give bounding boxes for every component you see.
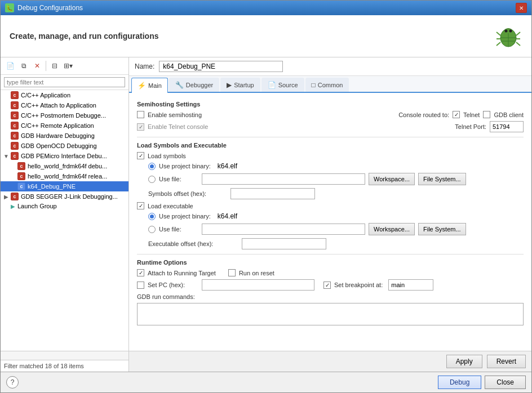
delete-button[interactable]: ✕ — [31, 60, 43, 72]
title-bar-left: 🐛 Debug Configurations — [5, 3, 83, 12]
tree-label: C/C++ Remote Application — [21, 122, 94, 129]
load-executable-row: Load executable — [137, 202, 524, 209]
toggle-icon — [3, 102, 10, 109]
set-pc-input[interactable] — [202, 279, 314, 291]
workspace2-btn[interactable]: Workspace... — [369, 223, 415, 235]
tree-area: c C/C++ Application c C/C++ Attach to Ap… — [1, 90, 128, 351]
executable-offset-row: Executable offset (hex): — [148, 238, 524, 249]
tree-item-gdb-pemicro[interactable]: ▼ c GDB PEMicro Interface Debu... — [1, 151, 128, 161]
tree-item-gdb-hw[interactable]: c GDB Hardware Debugging — [1, 131, 128, 141]
svg-line-9 — [516, 42, 520, 46]
svg-point-2 — [505, 30, 508, 33]
workspace-btn[interactable]: Workspace... — [369, 173, 415, 185]
gdb-client-checkbox[interactable] — [483, 111, 490, 118]
attach-label: Attach to Running Target — [148, 270, 216, 276]
symbols-offset-input[interactable] — [230, 188, 315, 199]
set-breakpoint-input[interactable] — [388, 279, 433, 291]
tree-item-hello-release[interactable]: c hello_world_frdmk64f relea... — [1, 171, 128, 181]
common-tab-icon: □ — [312, 81, 316, 89]
use-project-binary-radio[interactable] — [148, 163, 156, 170]
set-pc-checkbox[interactable] — [137, 282, 144, 289]
name-row: Name: — [129, 57, 531, 76]
search-box — [1, 75, 128, 90]
content-area: 📄 ⧉ ✕ ⊟ ⊞▾ c C/C++ Application — [1, 57, 531, 372]
sidebar-scrollbar[interactable] — [1, 351, 128, 360]
new-config-button[interactable]: 📄 — [4, 60, 16, 72]
close-button[interactable]: ✕ — [516, 3, 527, 13]
c-badge: c — [11, 101, 19, 109]
search-input[interactable] — [4, 77, 125, 87]
toggle-icon — [3, 142, 10, 149]
tree-item-cpp-remote[interactable]: c C/C++ Remote Application — [1, 120, 128, 131]
tree-item-gdb-segger[interactable]: ▶ c GDB SEGGER J-Link Debugging... — [1, 191, 128, 202]
c-badge: c — [11, 132, 19, 140]
symbols-offset-label: Symbols offset (hex): — [148, 190, 227, 197]
gdb-commands-textarea[interactable] — [137, 303, 524, 325]
use-file2-input[interactable] — [202, 224, 365, 235]
use-file-input[interactable] — [202, 173, 365, 185]
help-button[interactable]: ? — [6, 376, 19, 388]
c-badge: c — [17, 182, 25, 190]
footer-right: Debug Close — [438, 376, 526, 389]
revert-button[interactable]: Revert — [487, 355, 526, 368]
debug-button[interactable]: Debug — [438, 376, 481, 389]
window-icon: 🐛 — [5, 3, 14, 12]
use-file-row: Use file: Workspace... File System... — [148, 173, 524, 185]
debug-configurations-window: 🐛 Debug Configurations ✕ Create, manage,… — [0, 0, 532, 393]
project-binary-value: k64.elf — [218, 162, 237, 170]
use-file-radio[interactable] — [148, 176, 156, 183]
panel-content: Semihosting Settings Enable semihosting … — [129, 93, 531, 351]
use-file2-radio[interactable] — [148, 226, 156, 233]
use-project-binary2-label: Use project binary: — [159, 213, 211, 220]
tree-item-cpp-postmortem[interactable]: c C/C++ Postmortem Debugge... — [1, 110, 128, 120]
tree-item-k64-debug[interactable]: c k64_Debug_PNE — [1, 181, 128, 191]
run-on-reset-checkbox[interactable] — [228, 269, 236, 276]
tabs-bar: ⚡ Main 🔧 Debugger ▶ Startup 📄 Source □ — [129, 76, 531, 93]
telnet-port-label: Telnet Port: — [455, 123, 486, 130]
enable-telnet-label: Enable Telnet console — [148, 123, 208, 130]
toggle-icon — [3, 132, 10, 139]
c-badge: c — [11, 142, 19, 150]
load-executable-checkbox[interactable] — [137, 202, 144, 209]
set-pc-label: Set PC (hex): — [148, 282, 198, 288]
separator2 — [137, 254, 524, 254]
apply-button[interactable]: Apply — [446, 355, 482, 368]
enable-semihosting-checkbox[interactable] — [137, 111, 144, 118]
toggle-icon: ▼ — [3, 153, 10, 159]
startup-tab-icon: ▶ — [227, 81, 232, 89]
tree-item-cpp-attach[interactable]: c C/C++ Attach to Application — [1, 100, 128, 110]
telnet-checkbox[interactable] — [453, 111, 460, 118]
tab-common[interactable]: □ Common — [305, 78, 349, 92]
enable-telnet-checkbox[interactable] — [137, 123, 144, 131]
tab-main[interactable]: ⚡ Main — [131, 78, 168, 93]
tab-startup[interactable]: ▶ Startup — [220, 78, 260, 92]
semihosting-row1: Enable semihosting Console routed to: Te… — [137, 111, 524, 118]
tree-label: hello_world_frdmk64f relea... — [28, 173, 107, 180]
set-breakpoint-checkbox[interactable] — [323, 282, 331, 289]
separator1 — [137, 137, 524, 137]
load-executable-indent: Use project binary: k64.elf Use file: Wo… — [137, 212, 524, 249]
tab-source[interactable]: 📄 Source — [261, 78, 304, 92]
executable-offset-input[interactable] — [242, 238, 326, 249]
runtime-section-title: Runtime Options — [137, 259, 524, 266]
file-system-btn[interactable]: File System... — [418, 173, 466, 185]
collapse-all-button[interactable]: ⊟ — [48, 60, 61, 72]
load-symbols-checkbox[interactable] — [137, 152, 144, 159]
console-routed-label: Console routed to: — [398, 111, 449, 118]
attach-checkbox[interactable] — [137, 269, 144, 276]
duplicate-button[interactable]: ⧉ — [17, 60, 30, 72]
tab-debugger[interactable]: 🔧 Debugger — [169, 78, 219, 92]
tree-item-hello-debug[interactable]: c hello_world_frdmk64f debu... — [1, 161, 128, 171]
file-system2-btn[interactable]: File System... — [418, 223, 466, 235]
footer: ? Debug Close — [1, 372, 531, 392]
name-input[interactable] — [159, 61, 283, 72]
tree-item-launch-group[interactable]: ▶ Launch Group — [1, 202, 128, 211]
expand-all-button[interactable]: ⊞▾ — [62, 60, 74, 72]
close-footer-button[interactable]: Close — [485, 376, 526, 389]
toggle-icon — [10, 163, 16, 169]
source-tab-icon: 📄 — [268, 81, 276, 89]
tree-item-cpp-app[interactable]: c C/C++ Application — [1, 90, 128, 100]
use-project-binary2-radio[interactable] — [148, 213, 156, 220]
tree-item-gdb-openocd[interactable]: c GDB OpenOCD Debugging — [1, 141, 128, 151]
telnet-port-input[interactable] — [490, 121, 524, 132]
